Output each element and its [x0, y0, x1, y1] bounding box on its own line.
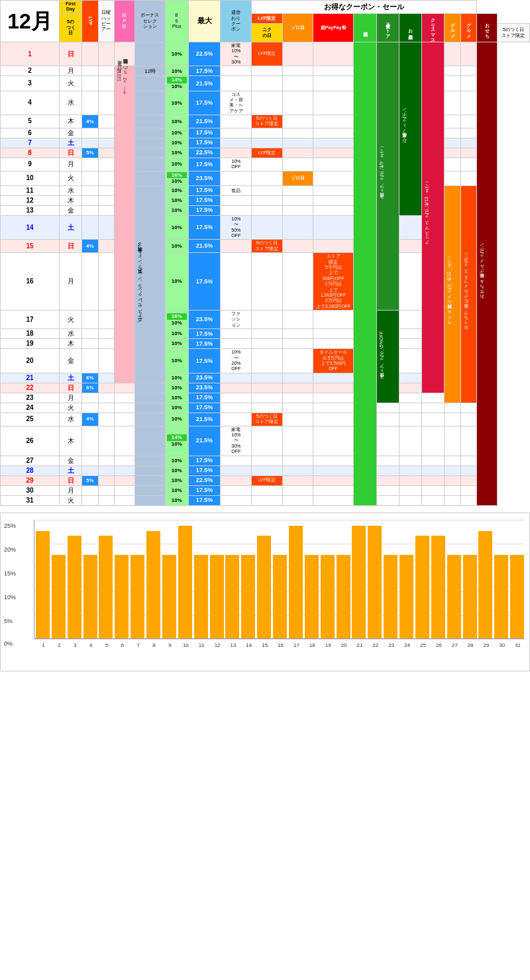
day-cell: 17: [1, 311, 60, 329]
saidai-cell: 17.5%: [188, 185, 221, 195]
nichiyou-cell: [98, 466, 114, 475]
chart-x-label: 4: [83, 642, 99, 648]
gourmet2-empty-cell2: [460, 456, 476, 466]
bonus-cell: [134, 413, 166, 426]
bsplus-cell: 10%: [166, 91, 188, 115]
chart-bar: [289, 526, 303, 638]
superpaypay-cell: タイムセール /2.5万円以 上で2,500円 OFF: [313, 349, 354, 373]
chart-bar: [99, 536, 113, 638]
weekly-cell: [221, 171, 252, 185]
lyp-cell: [82, 393, 98, 403]
youbi-cell: 金: [59, 456, 81, 466]
day-cell: 4: [1, 91, 60, 115]
youbi-cell: 火: [59, 495, 81, 505]
superp-cell: [115, 426, 135, 456]
weekly-cell: [221, 195, 252, 205]
chart-bar: [178, 526, 192, 638]
bsplus-cell: 10%: [166, 185, 188, 195]
christmas-empty-cell: [422, 485, 445, 495]
chart-x-label: 13: [225, 642, 240, 648]
gourmet2-empty-cell: [460, 148, 476, 158]
superpaypay-cell: [313, 311, 354, 329]
okurami-empty-cell: [399, 413, 421, 426]
chart-x-label: 3: [68, 642, 83, 648]
zoro-cell: [282, 240, 313, 253]
saidai-cell: 22.5%: [188, 42, 221, 66]
okurami-empty-cell: [399, 383, 421, 393]
youbi-cell: 月: [59, 393, 81, 403]
superpaypay-cell: [313, 42, 354, 66]
saidai-cell: 17.5%: [188, 253, 221, 311]
bonus-cell: [134, 128, 166, 138]
superp-cell: [115, 403, 135, 413]
lyp-limited-cell: [252, 185, 283, 195]
chart-x-label: 19: [321, 642, 336, 648]
table-row: 25水4%10%21.5%5のつく日 ストア限定: [1, 413, 530, 426]
nichiyou-cell: [98, 240, 114, 253]
youbi-cell: 木: [59, 195, 81, 205]
superp-cell: [115, 495, 135, 505]
saidai-cell: 21.5%: [188, 76, 221, 91]
day-cell: 3: [1, 76, 60, 91]
chart-bar: [510, 555, 524, 638]
bonus-cell: [134, 475, 166, 485]
bsplus-cell: 10%: [166, 495, 188, 505]
weekly-cell: [221, 466, 252, 475]
day-cell: 6: [1, 128, 60, 138]
lyp-cell: [82, 485, 98, 495]
zoro-cell: [282, 413, 313, 426]
day-cell: 11: [1, 185, 60, 195]
yuryo-empty-cell: [376, 495, 399, 505]
zoro-cell: [282, 403, 313, 413]
chart-bar: [399, 555, 413, 638]
christmas-empty-cell: [422, 495, 445, 505]
lyp-cell: [82, 215, 98, 240]
weekly-cell: [221, 393, 252, 403]
okurami-empty-cell: [399, 373, 421, 383]
gourmet2-empty-cell: [460, 42, 476, 66]
nichiyou-cell: [98, 373, 114, 383]
day-cell: 14: [1, 215, 60, 240]
day-cell: 26: [1, 426, 60, 456]
day-cell: 28: [1, 466, 60, 475]
superpaypay-cell: [313, 76, 354, 91]
gourmet-empty-cell: [445, 76, 460, 91]
chart-bar: [241, 555, 255, 638]
chart-bar: [146, 531, 160, 638]
weekly-cell: [221, 373, 252, 383]
chart-x-label: 18: [305, 642, 320, 648]
superpaypay-cell: [313, 426, 354, 456]
weekly-cell: 家電 10% 〜 30%: [221, 42, 252, 66]
lyp-cell: [82, 253, 98, 311]
youbi-cell: 木: [59, 115, 81, 128]
lyp-limited-cell: 5のつく日 ストア限定: [252, 240, 283, 253]
okurami-empty-cell: [399, 475, 421, 485]
youbi-cell: 土: [59, 373, 81, 383]
lyp-cell: [82, 66, 98, 76]
okurami-empty-cell: [399, 495, 421, 505]
gourmet-empty-cell2: [445, 413, 460, 426]
youbi-cell: 水: [59, 185, 81, 195]
gourmet2-empty-cell: [460, 76, 476, 91]
gourmet-empty-cell: [445, 91, 460, 115]
day-cell: 29: [1, 475, 60, 485]
lyp-limited-cell: [252, 373, 283, 383]
zoro-cell: [282, 138, 313, 148]
zoro-cell: [282, 91, 313, 115]
zoro-cell: ゾロ目: [282, 171, 313, 185]
gourmet2-empty-cell2: [460, 475, 476, 485]
bonus-header: ボーナスセレクション: [134, 1, 166, 42]
gourmet2-empty-cell: [460, 91, 476, 115]
youbi-cell: 月: [59, 158, 81, 171]
gourmet-empty-cell2: [445, 426, 460, 456]
day-cell: 12: [1, 195, 60, 205]
christmas-header: クリスマス: [422, 13, 445, 42]
nichiyou-cell: [98, 91, 114, 115]
youbi-cell: 水: [59, 329, 81, 339]
chart-x-label: 25: [415, 642, 431, 648]
okurami-empty-cell: [399, 253, 421, 311]
yuryo-empty-cell: [376, 485, 399, 495]
okurami-empty-cell: [399, 339, 421, 349]
table-row: 28土10%17.5%: [1, 466, 530, 475]
chart-x-label: 30: [494, 642, 509, 648]
